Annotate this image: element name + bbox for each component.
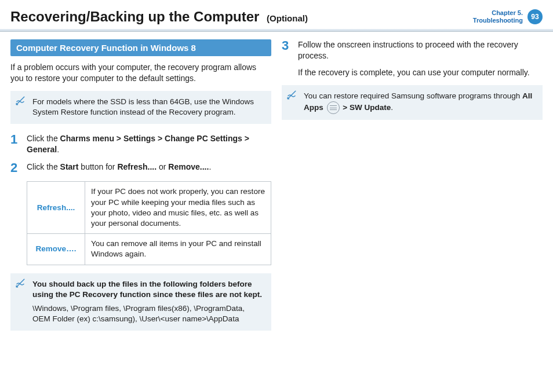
note-samsung-software: You can restore required Samsung softwar… (282, 85, 543, 120)
chapter-line-2: Troubleshooting (473, 17, 523, 24)
step-1-prefix: Click the (27, 134, 60, 143)
step-3-body: Follow the onscreen instructions to proc… (298, 39, 543, 78)
note3-prefix: You can restore required Samsung softwar… (304, 91, 522, 100)
note-ssd-text: For models where the SSD is less than 64… (32, 97, 254, 116)
note-icon (286, 90, 297, 100)
note3-bold2: SW Update (350, 103, 391, 112)
list-icon (327, 101, 340, 114)
note-backup-body: You should back up the files in the foll… (32, 279, 264, 325)
page-title-optional: (Optional) (267, 13, 308, 23)
step-2-bold3: Remove.... (168, 162, 209, 171)
note-icon (15, 278, 26, 288)
table-row: Remove…. You can remove all items in you… (27, 234, 271, 265)
note3-mid: > (343, 103, 350, 112)
step-2-prefix: Click the (27, 162, 60, 171)
step-1-suffix: . (57, 145, 59, 154)
step-2-bold2: Refresh.... (117, 162, 157, 171)
step-1: 1 Click the Charms menu > Settings > Cha… (10, 133, 271, 155)
note-backup: You should back up the files in the foll… (10, 273, 271, 331)
header-right: Chapter 5. Troubleshooting 93 (473, 9, 543, 24)
table-desc-remove: You can remove all items in your PC and … (85, 234, 271, 265)
step-3-p2: If the recovery is complete, you can use… (298, 67, 543, 78)
step-number-3: 3 (282, 39, 291, 78)
table-label-remove: Remove…. (27, 234, 85, 265)
page-title: Recovering/Backing up the Computer (10, 9, 259, 24)
page-body: Computer Recovery Function in Windows 8 … (0, 31, 553, 339)
options-table: Refresh.... If your PC does not work pro… (27, 181, 271, 265)
page-number: 93 (531, 13, 539, 21)
step-2: 2 Click the Start button for Refresh....… (10, 162, 271, 174)
right-column: 3 Follow the onscreen instructions to pr… (282, 39, 543, 339)
chapter-info: Chapter 5. Troubleshooting (473, 9, 523, 24)
step-2-mid: button for (78, 162, 117, 171)
note3-suffix: . (391, 103, 393, 112)
table-row: Refresh.... If your PC does not work pro… (27, 182, 271, 234)
step-number-2: 2 (10, 162, 20, 174)
note-backup-strong: You should back up the files in the foll… (32, 279, 264, 300)
page-title-wrap: Recovering/Backing up the Computer (Opti… (10, 9, 308, 24)
section-header: Computer Recovery Function in Windows 8 (10, 39, 271, 56)
table-label-refresh: Refresh.... (27, 182, 85, 234)
page-number-badge: 93 (527, 9, 543, 24)
step-1-body: Click the Charms menu > Settings > Chang… (27, 133, 271, 155)
step-2-suffix: . (209, 162, 211, 171)
step-2-bold1: Start (60, 162, 79, 171)
note-backup-paths: \Windows, \Program files, \Program files… (32, 303, 264, 324)
step-2-mid2: or (157, 162, 168, 171)
step-2-body: Click the Start button for Refresh.... o… (27, 162, 271, 174)
note-ssd: For models where the SSD is less than 64… (10, 91, 271, 123)
step-3: 3 Follow the onscreen instructions to pr… (282, 39, 543, 78)
table-desc-refresh: If your PC does not work properly, you c… (85, 182, 271, 234)
step-number-1: 1 (10, 133, 20, 155)
intro-paragraph: If a problem occurs with your computer, … (10, 62, 271, 84)
chapter-line-1: Chapter 5. (473, 9, 523, 17)
step-3-p1: Follow the onscreen instructions to proc… (298, 39, 543, 61)
step-1-bold: Charms menu > Settings > Change PC Setti… (27, 134, 249, 154)
page-header: Recovering/Backing up the Computer (Opti… (0, 0, 553, 29)
left-column: Computer Recovery Function in Windows 8 … (10, 39, 271, 339)
note-icon (15, 96, 26, 106)
